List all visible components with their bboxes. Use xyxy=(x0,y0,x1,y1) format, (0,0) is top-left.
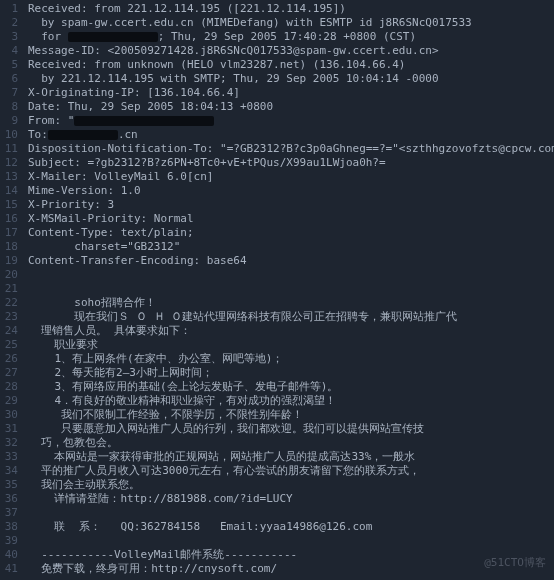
code-line xyxy=(28,282,554,296)
code-line xyxy=(28,268,554,282)
line-number: 4 xyxy=(2,44,18,58)
code-line: Content-Type: text/plain; xyxy=(28,226,554,240)
line-number: 31 xyxy=(2,422,18,436)
code-line: 我们不限制工作经验，不限学历，不限性别年龄！ xyxy=(28,408,554,422)
line-number: 11 xyxy=(2,142,18,156)
line-number: 30 xyxy=(2,408,18,422)
line-number: 21 xyxy=(2,282,18,296)
line-number: 25 xyxy=(2,338,18,352)
line-number: 20 xyxy=(2,268,18,282)
watermark: @51CTO博客 xyxy=(484,556,546,570)
code-line: for ; Thu, 29 Sep 2005 17:40:28 +0800 (C… xyxy=(28,30,554,44)
line-number: 39 xyxy=(2,534,18,548)
line-number: 7 xyxy=(2,86,18,100)
code-line: 本网站是一家获得审批的正规网站，网站推广人员的提成高达33%，一般水 xyxy=(28,450,554,464)
code-line: 3、有网络应用的基础(会上论坛发贴子、发电子邮件等)。 xyxy=(28,380,554,394)
code-line xyxy=(28,506,554,520)
code-line: X-Mailer: VolleyMail 6.0[cn] xyxy=(28,170,554,184)
line-number: 18 xyxy=(2,240,18,254)
redacted-text xyxy=(74,116,214,126)
code-line: Content-Transfer-Encoding: base64 xyxy=(28,254,554,268)
code-editor[interactable]: 1234567891011121314151617181920212223242… xyxy=(0,0,554,580)
code-line: 2、每天能有2—3小时上网时间； xyxy=(28,366,554,380)
line-number: 2 xyxy=(2,16,18,30)
code-line: X-Originating-IP: [136.104.66.4] xyxy=(28,86,554,100)
code-line: 巧，包教包会。 xyxy=(28,436,554,450)
code-content[interactable]: Received: from 221.12.114.195 ([221.12.1… xyxy=(24,0,554,580)
code-line: charset="GB2312" xyxy=(28,240,554,254)
line-number: 29 xyxy=(2,394,18,408)
code-line: Received: from 221.12.114.195 ([221.12.1… xyxy=(28,2,554,16)
line-number: 16 xyxy=(2,212,18,226)
code-line: 我们会主动联系您。 xyxy=(28,478,554,492)
line-number: 38 xyxy=(2,520,18,534)
code-line: 职业要求 xyxy=(28,338,554,352)
line-number: 23 xyxy=(2,310,18,324)
line-number: 28 xyxy=(2,380,18,394)
line-number: 34 xyxy=(2,464,18,478)
line-number: 35 xyxy=(2,478,18,492)
line-number: 33 xyxy=(2,450,18,464)
code-line: 现在我们Ｓ Ｏ Ｈ Ｏ建站代理网络科技有限公司正在招聘专，兼职网站推广代 xyxy=(28,310,554,324)
line-number: 15 xyxy=(2,198,18,212)
redacted-text xyxy=(68,32,158,42)
line-number: 6 xyxy=(2,72,18,86)
code-line: From: " xyxy=(28,114,554,128)
line-number: 19 xyxy=(2,254,18,268)
code-line: Message-ID: <200509271428.j8R6SNcQ017533… xyxy=(28,44,554,58)
line-number: 36 xyxy=(2,492,18,506)
line-number: 10 xyxy=(2,128,18,142)
code-line: soho招聘合作！ xyxy=(28,296,554,310)
code-line xyxy=(28,534,554,548)
line-number: 9 xyxy=(2,114,18,128)
line-number-gutter: 1234567891011121314151617181920212223242… xyxy=(0,0,24,580)
code-line: 免费下载，终身可用：http://cnysoft.com/ xyxy=(28,562,554,576)
line-number: 27 xyxy=(2,366,18,380)
line-number: 14 xyxy=(2,184,18,198)
code-line: Mime-Version: 1.0 xyxy=(28,184,554,198)
code-line: 只要愿意加入网站推广人员的行列，我们都欢迎。我们可以提供网站宣传技 xyxy=(28,422,554,436)
code-line: 4．有良好的敬业精神和职业操守，有对成功的强烈渴望！ xyxy=(28,394,554,408)
line-number: 17 xyxy=(2,226,18,240)
code-line: by 221.12.114.195 with SMTP; Thu, 29 Sep… xyxy=(28,72,554,86)
line-number: 1 xyxy=(2,2,18,16)
line-number: 37 xyxy=(2,506,18,520)
line-number: 32 xyxy=(2,436,18,450)
code-line: 联 系： QQ:362784158 Email:yyaa14986@126.co… xyxy=(28,520,554,534)
code-line: 详情请登陆：http://881988.com/?id=LUCY xyxy=(28,492,554,506)
code-line: Subject: =?gb2312?B?z6PN+8Tc0+vE+tPQus/X… xyxy=(28,156,554,170)
code-line: by spam-gw.ccert.edu.cn (MIMEDefang) wit… xyxy=(28,16,554,30)
code-line: 平的推广人员月收入可达3000元左右，有心尝试的朋友请留下您的联系方式， xyxy=(28,464,554,478)
line-number: 5 xyxy=(2,58,18,72)
line-number: 13 xyxy=(2,170,18,184)
line-number: 3 xyxy=(2,30,18,44)
code-line: 1、有上网条件(在家中、办公室、网吧等地)； xyxy=(28,352,554,366)
code-line: Received: from unknown (HELO vlm23287.ne… xyxy=(28,58,554,72)
line-number: 22 xyxy=(2,296,18,310)
redacted-text xyxy=(48,130,118,140)
line-number: 12 xyxy=(2,156,18,170)
code-line: -----------VolleyMail邮件系统----------- xyxy=(28,548,554,562)
code-line: Disposition-Notification-To: "=?GB2312?B… xyxy=(28,142,554,156)
code-line: X-MSMail-Priority: Normal xyxy=(28,212,554,226)
line-number: 8 xyxy=(2,100,18,114)
code-line: Date: Thu, 29 Sep 2005 18:04:13 +0800 xyxy=(28,100,554,114)
line-number: 41 xyxy=(2,562,18,576)
code-line: 理销售人员。 具体要求如下： xyxy=(28,324,554,338)
line-number: 24 xyxy=(2,324,18,338)
line-number: 26 xyxy=(2,352,18,366)
code-line: X-Priority: 3 xyxy=(28,198,554,212)
line-number: 40 xyxy=(2,548,18,562)
code-line: To: .cn xyxy=(28,128,554,142)
